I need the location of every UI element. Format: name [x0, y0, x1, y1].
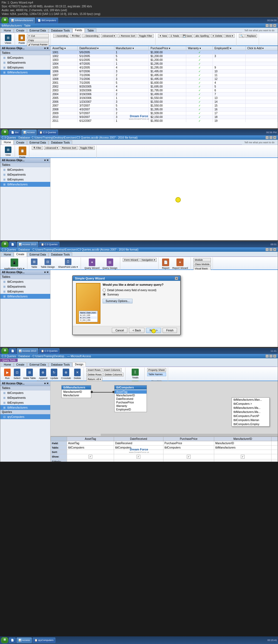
nav-tblEmployees-1[interactable]: ⊞ tblEmployees: [0, 65, 50, 70]
cell-id[interactable]: 2003: [51, 89, 78, 92]
cell-id[interactable]: 1008: [51, 77, 78, 81]
tab-table-1[interactable]: Table: [85, 28, 96, 33]
qg-show-empty-4[interactable]: [271, 454, 278, 459]
minimize-btn-4[interactable]: ─: [266, 354, 269, 358]
nav-tblComputers-4[interactable]: ⊞ tblComputers: [0, 390, 50, 395]
qg-show-assettag-4[interactable]: [67, 454, 114, 459]
cell-warranty[interactable]: ✓: [186, 62, 213, 66]
cell-date[interactable]: 3/7/2007: [78, 104, 114, 108]
th-datereceived-1[interactable]: DateReceived ▾: [78, 46, 114, 51]
cell-man[interactable]: 3: [114, 100, 149, 104]
cell-price[interactable]: $1,495.00: [149, 70, 186, 73]
cell-new[interactable]: [245, 77, 277, 81]
nav-tblEmployees-2[interactable]: ⊞ tblEmployees: [0, 177, 50, 182]
return-btn-4[interactable]: Return: All ▾: [86, 377, 102, 381]
cell-price[interactable]: $1,695.00: [149, 85, 186, 89]
cell-id[interactable]: 1007: [51, 73, 78, 77]
make-table-btn-4[interactable]: ⊞ Make Table: [22, 368, 37, 380]
cell-emp[interactable]: 4: [213, 81, 246, 85]
qg-field-assettag-4[interactable]: AssetTag: [67, 441, 114, 446]
cell-emp[interactable]: 5: [213, 85, 246, 89]
cell-date[interactable]: 6/7/2006: [78, 70, 114, 73]
close-btn-4[interactable]: ✕: [273, 354, 276, 358]
cell-date[interactable]: 4/1/2005: [78, 66, 114, 70]
descending-btn[interactable]: ↓ Descending: [82, 34, 100, 38]
cell-new[interactable]: [245, 70, 277, 73]
nav-tblManufacturers-1[interactable]: ⊞ tblManufacturers: [0, 70, 50, 75]
report-btn-3[interactable]: 📄 Report: [161, 258, 170, 270]
cell-date[interactable]: 3/19/2006: [78, 96, 114, 100]
cell-new[interactable]: [245, 73, 277, 77]
cell-date[interactable]: 5/5/2005: [78, 51, 114, 54]
cell-emp[interactable]: 10: [213, 70, 246, 73]
dropdown-item-2-4[interactable]: tblComputers >: [232, 402, 269, 406]
cell-man[interactable]: 3: [114, 70, 149, 73]
cell-new[interactable]: [245, 96, 277, 100]
taskbar-doc-btn-1[interactable]: 📄 tblComputers: [36, 18, 58, 23]
nav-tblEmployees-4[interactable]: ⊞ tblEmployees: [0, 400, 50, 405]
start-button-3[interactable]: ⊞: [1, 241, 8, 247]
cell-date[interactable]: 4/3/2007: [78, 108, 114, 111]
cell-new[interactable]: [245, 51, 277, 54]
finish-btn-3[interactable]: Finish: [163, 328, 177, 333]
taskbar-bottom-access[interactable]: 📊 Access: [17, 637, 32, 643]
summary-options-btn-3[interactable]: Summary Options...: [103, 299, 132, 303]
close-btn-2[interactable]: ✕: [273, 136, 276, 139]
maximize-btn-4[interactable]: □: [269, 354, 273, 358]
cell-man[interactable]: 1: [114, 51, 149, 54]
cell-price[interactable]: $1,295.00: [149, 62, 186, 66]
qg-col3-4[interactable]: PurchasePrice: [163, 437, 214, 441]
class-module-btn-3[interactable]: Class Module: [193, 262, 211, 266]
taskbar-doc-4[interactable]: 📄: [9, 348, 16, 354]
field-datereceived-4[interactable]: DateReceived: [115, 397, 147, 401]
minimize-btn-1[interactable]: ─: [266, 24, 269, 27]
tab-create-2[interactable]: Create: [14, 140, 27, 145]
nav-tblComputers-1[interactable]: ⊞ tblComputers: [0, 55, 50, 60]
show-cb-3-4[interactable]: [187, 455, 191, 459]
cell-id[interactable]: 1004: [51, 62, 78, 66]
tab-database-2[interactable]: Database Tools: [49, 140, 72, 145]
delete-cols-btn-4[interactable]: Delete Columns: [103, 373, 124, 377]
qg-col1-4[interactable]: AssetTag: [67, 437, 114, 441]
remove-sort-btn-2[interactable]: Remove Sort: [61, 146, 78, 150]
qg-criteria-mfrid-4[interactable]: [214, 459, 271, 462]
th-warranty-1[interactable]: Warranty ▾: [186, 46, 213, 51]
cell-man[interactable]: 4: [114, 89, 149, 92]
taskbar-queries-3[interactable]: 📋 C:3 Queries: [39, 242, 60, 247]
show-cb-1-4[interactable]: [89, 455, 92, 459]
cell-date[interactable]: 3/20/2006: [78, 89, 114, 92]
dropdown-item-1-4[interactable]: tblManufacturers.Man...: [232, 398, 269, 402]
insert-cols-btn-4[interactable]: Insert Columns: [103, 368, 122, 372]
cell-price[interactable]: $1,550.00: [149, 104, 186, 108]
tab-home-1[interactable]: Home: [1, 28, 14, 33]
cell-warranty[interactable]: ✓: [186, 77, 213, 81]
cell-warranty[interactable]: ✓: [186, 89, 213, 92]
cell-price[interactable]: $1,495.00: [149, 73, 186, 77]
nav-header-1[interactable]: All Access Obje... ▾ ✕: [0, 46, 50, 51]
cell-new[interactable]: [245, 92, 277, 96]
qg-field-mfrid-4[interactable]: ManufacturerID: [214, 441, 271, 446]
delete-btn-4[interactable]: ✕ Delete: [73, 368, 82, 380]
table-btn-3[interactable]: ⊞ Table: [30, 258, 39, 269]
cell-price[interactable]: $1,200.00: [149, 58, 186, 62]
tab-home-4[interactable]: Home: [1, 362, 14, 367]
cell-new[interactable]: [245, 62, 277, 66]
nav-tblManufacturers-3[interactable]: ⊞ tblManufacturers: [0, 294, 50, 299]
cell-emp[interactable]: 14: [213, 100, 246, 104]
cell-new[interactable]: [245, 54, 277, 58]
tab-database-3[interactable]: Database Tools: [49, 252, 72, 257]
minimize-btn-2[interactable]: ─: [266, 136, 269, 139]
start-button-bottom[interactable]: ⊞: [1, 637, 8, 643]
update-btn-4[interactable]: ↻ Update: [49, 368, 59, 380]
tab-external-2[interactable]: External Data: [27, 140, 49, 145]
close-btn-3[interactable]: ✕: [273, 248, 276, 251]
sharepoint-btn-3[interactable]: 🗒 SharePoint Lists ▾: [57, 258, 79, 269]
tell-me-1[interactable]: Tell me what you want to do: [242, 29, 277, 32]
cell-warranty[interactable]: ✓: [186, 58, 213, 62]
delete-btn[interactable]: ✕ Delete: [211, 34, 224, 38]
cell-man[interactable]: 1: [114, 96, 149, 100]
radio-detail-3[interactable]: Detail (shows every field of every recor…: [103, 288, 177, 292]
tab-database-1[interactable]: Database Tools: [49, 28, 72, 33]
cell-emp[interactable]: 3: [213, 54, 246, 58]
cell-warranty[interactable]: ✓: [186, 70, 213, 73]
